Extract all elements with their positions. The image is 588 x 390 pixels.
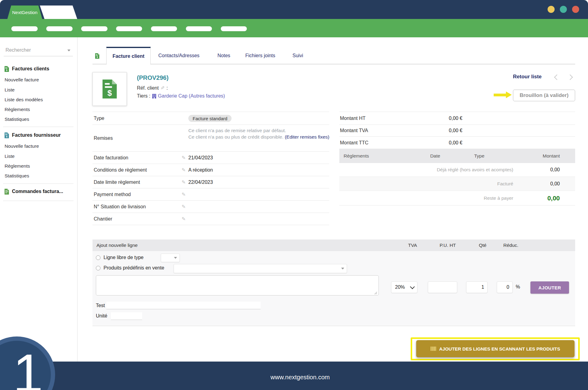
add-line-title: Ajout nouvelle ligne: [96, 243, 138, 248]
barcode-icon: [431, 347, 436, 351]
col-qte: Qté: [469, 243, 496, 248]
edit-icon[interactable]: [160, 86, 164, 91]
window-dot-yellow-icon[interactable]: [548, 6, 555, 13]
ref-client-label: Réf. client: [137, 85, 159, 91]
payments-header: Règlements Date Type Montant: [339, 149, 575, 163]
prev-record-icon[interactable]: [554, 74, 560, 80]
sidebar-item-statistiques[interactable]: Statistiques: [5, 116, 29, 122]
col-reduc: Réduc.: [497, 243, 525, 248]
tab-contacts-adresses[interactable]: Contacts/Adresses: [158, 53, 199, 58]
annotation-arrow-head: [506, 91, 512, 98]
edit-icon[interactable]: [182, 168, 186, 173]
tab-fichiers-joints[interactable]: Fichiers joints: [245, 53, 275, 58]
add-line-section: Ajout nouvelle ligne TVA P.U. HT Qté Réd…: [92, 240, 575, 326]
radio-ligne-libre[interactable]: [96, 255, 100, 260]
remises-text: Ce client n'a pas de remise relative par…: [188, 127, 335, 140]
detail-row-type: Type Facture standard: [92, 112, 329, 125]
menu-item-placeholder[interactable]: [81, 26, 107, 31]
tab-suivi[interactable]: Suivi: [292, 53, 303, 58]
brand-label: NextGestion: [12, 10, 38, 15]
tab-notes[interactable]: Notes: [217, 53, 230, 58]
sidebar-item-statistiques-fournisseur[interactable]: Statistiques: [5, 173, 29, 179]
edit-icon[interactable]: [182, 155, 186, 160]
line-description-textarea[interactable]: [96, 275, 379, 295]
ref-client-row: Réf. client :: [137, 85, 168, 91]
menu-item-placeholder[interactable]: [116, 26, 142, 31]
company-icon: [152, 94, 156, 98]
tiers-link[interactable]: Garderie Cap (Autres factures): [158, 93, 225, 99]
brand-tab[interactable]: NextGestion: [7, 6, 42, 19]
title-bar: NextGestion: [0, 0, 588, 19]
unite-field-input[interactable]: [111, 312, 142, 320]
sidebar-section-factures-fournisseur[interactable]: Factures fournisseur: [4, 132, 61, 138]
resize-grip-icon: [374, 292, 377, 295]
chevron-down-icon: [174, 257, 177, 259]
back-to-list-link[interactable]: Retour liste: [513, 74, 542, 80]
chevron-down-icon: [67, 50, 70, 51]
invoice-reference: (PROV296): [137, 74, 168, 81]
detail-row-date-limite: Date limite règlement 22/04/2023: [92, 176, 329, 188]
scan-products-button[interactable]: AJOUTER DES LIGNES EN SCANNANT LES PRODU…: [416, 340, 575, 357]
edit-icon[interactable]: [182, 204, 186, 209]
unit-price-input[interactable]: [428, 281, 457, 293]
footer-url: www.nextgestion.com: [254, 374, 346, 381]
discount-unit-label: %: [516, 284, 520, 290]
sidebar-search-select[interactable]: Rechercher: [4, 44, 73, 56]
quantity-input[interactable]: [466, 281, 488, 293]
tva-select[interactable]: 20%: [391, 281, 417, 293]
detail-row-conditions-reglement: Conditions de règlement A réception: [92, 164, 329, 176]
sidebar-divider: [77, 37, 77, 362]
divider: [3, 184, 74, 184]
payment-row-deja-regle: Déjà réglé (hors avoirs et acomptes) 0,0…: [339, 163, 575, 177]
discount-input[interactable]: [497, 281, 513, 293]
ajouter-button[interactable]: AJOUTER: [530, 281, 569, 294]
tab-facture-client[interactable]: Facture client: [106, 47, 151, 65]
sidebar-item-liste-modeles[interactable]: Liste des modèles: [5, 97, 43, 103]
window-dot-red-icon[interactable]: [572, 6, 579, 13]
sidebar-section-factures-clients[interactable]: Factures clients: [4, 66, 49, 72]
col-pu-ht: P.U. HT: [434, 243, 462, 248]
divider: [3, 201, 74, 201]
radio-produits-predefinis-label: Produits prédéfinis en vente: [104, 265, 164, 271]
menu-item-placeholder[interactable]: [11, 26, 38, 31]
payments-col-type: Type: [470, 153, 488, 159]
invoice-thumbnail: [92, 72, 127, 106]
edit-remises-link[interactable]: (Editer remises fixes): [285, 134, 330, 139]
type-badge: Facture standard: [188, 115, 232, 122]
predefined-product-select[interactable]: [174, 264, 347, 273]
chevron-down-icon: [410, 284, 415, 289]
order-document-icon: [4, 189, 9, 195]
next-record-icon[interactable]: [567, 74, 573, 80]
sidebar-item-reglements-fournisseur[interactable]: Règlements: [5, 163, 30, 169]
radio-produits-predefinis[interactable]: [96, 266, 100, 270]
col-tva: TVA: [399, 243, 426, 248]
menu-item-placeholder[interactable]: [221, 26, 247, 31]
invoice-icon: [4, 132, 9, 138]
sidebar-item-liste-fournisseur[interactable]: Liste: [5, 153, 15, 159]
detail-row-date-facturation: Date facturation 21/04/2023: [92, 152, 329, 164]
line-type-select[interactable]: [161, 254, 180, 262]
menu-item-placeholder[interactable]: [186, 26, 212, 31]
status-badge: Brouillon (à valider): [513, 90, 575, 101]
payment-row-reste-a-payer: Reste à payer 0,00: [339, 191, 575, 206]
window-dot-green-icon[interactable]: [560, 6, 567, 13]
test-field-input[interactable]: [106, 302, 261, 309]
sidebar-item-reglements[interactable]: Règlements: [5, 106, 30, 113]
edit-icon[interactable]: [182, 217, 186, 221]
step-number: 1: [13, 346, 43, 390]
edit-icon[interactable]: [182, 192, 186, 197]
sidebar-item-nouvelle-facture-fournisseur[interactable]: Nouvelle facture: [5, 143, 39, 149]
menu-item-placeholder[interactable]: [46, 26, 73, 31]
redacted-tab[interactable]: [40, 6, 77, 19]
sidebar-item-liste[interactable]: Liste: [5, 87, 15, 93]
divider: [3, 127, 74, 127]
payments-col-montant: Montant: [543, 153, 560, 159]
payments-col-date: Date: [426, 153, 444, 159]
sidebar-item-nouvelle-facture[interactable]: Nouvelle facture: [5, 77, 39, 83]
sidebar-section-commandes-facturables[interactable]: Commandes factura...: [4, 188, 63, 195]
menu-item-placeholder[interactable]: [151, 26, 177, 31]
step-annotation-circle: 1: [0, 336, 55, 390]
invoice-icon: [4, 66, 9, 72]
payments-title: Règlements: [344, 153, 369, 159]
edit-icon[interactable]: [182, 180, 186, 185]
